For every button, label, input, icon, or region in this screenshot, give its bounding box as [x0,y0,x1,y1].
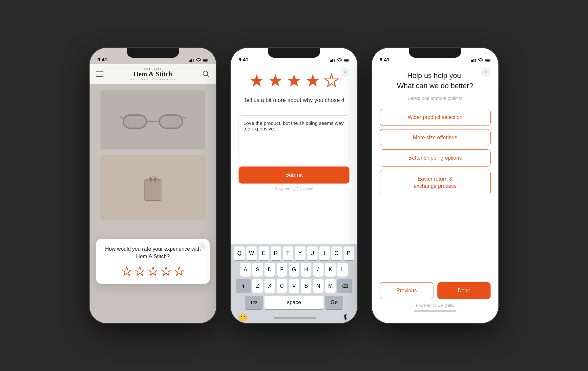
option-wider-selection[interactable]: Wider product selection [380,109,491,126]
status-icons-2 [330,58,349,62]
keyboard-row-3: ⬆ Z X C V B N M ⌫ [232,279,356,293]
key-e[interactable]: E [259,246,269,260]
close-button-3[interactable]: × [481,68,491,77]
key-i[interactable]: I [319,246,330,260]
signal-icon-2 [330,58,335,62]
svg-rect-29 [473,59,474,62]
svg-rect-26 [345,59,348,61]
key-t[interactable]: T [283,246,293,260]
bag-image [100,155,205,220]
star2-2[interactable]: ★ [268,71,283,90]
phone3-subtitle: Select one or more options [380,96,491,101]
brand-logo: EST. 1842 Hem & Stitch EST. 1842 CLOTHIN… [131,68,176,81]
phone3-title: Help us help you. What can we do better? [380,71,491,91]
title-line-2: What can we do better? [397,82,473,90]
footer-buttons: Previous Done [380,282,491,299]
option-easier-return[interactable]: Easier return &exchange process [380,170,491,196]
option-more-sizes[interactable]: More size offerings [380,129,491,146]
done-button[interactable]: Done [437,282,491,299]
powered-by-2: Powered by Delighted [231,187,357,191]
key-k[interactable]: K [325,263,336,277]
mic-icon[interactable]: 🎙 [342,313,349,322]
key-delete[interactable]: ⌫ [337,279,352,293]
key-y[interactable]: Y [295,246,305,260]
emoji-icon[interactable]: 🙂 [239,313,247,322]
svg-rect-5 [203,59,207,61]
previous-button[interactable]: Previous [380,282,433,299]
brand-name: Hem & Stitch [131,70,176,78]
key-l[interactable]: L [337,263,348,277]
glasses-svg [120,107,186,133]
key-n[interactable]: N [313,279,324,293]
star-4[interactable]: ★ [161,265,171,277]
menu-icon[interactable] [96,71,103,77]
glasses-image [100,90,205,149]
star2-3[interactable]: ★ [286,71,302,90]
status-icons-3 [471,58,491,62]
svg-rect-21 [330,60,331,62]
svg-rect-17 [159,116,182,127]
close-button-1[interactable]: × [199,243,206,250]
svg-rect-2 [191,59,192,62]
key-p[interactable]: P [344,246,354,260]
feedback-input[interactable]: Love the product, but the shipping seems… [239,115,349,161]
search-icon[interactable] [202,70,210,78]
survey-card-1: × How would you rate your experience wit… [96,239,210,284]
svg-line-15 [182,117,186,118]
star-rating-2[interactable]: ★ ★ ★ ★ ★ [249,71,339,90]
key-space[interactable]: space [264,296,324,309]
key-q[interactable]: Q [234,246,245,260]
phone-3-screen: 9:41 × [372,48,498,323]
star2-4[interactable]: ★ [305,71,321,90]
svg-rect-19 [150,178,152,182]
signal-icon-1 [189,58,194,62]
key-j[interactable]: J [313,263,324,277]
key-f[interactable]: F [277,263,287,277]
powered-by-3: Powered by Delighted [380,303,491,308]
close-button-2[interactable]: × [340,68,349,77]
key-c[interactable]: C [277,279,287,293]
svg-rect-7 [96,74,103,74]
star-3[interactable]: ★ [148,265,158,277]
key-r[interactable]: R [271,246,281,260]
status-bar-2: 9:41 [231,48,357,64]
key-d[interactable]: D [264,263,275,277]
home-indicator-3 [414,310,456,312]
keyboard-row-1: Q W E R T Y U I O P [232,246,356,260]
brand-est: EST. 1842 [131,68,176,70]
key-g[interactable]: G [289,263,299,277]
key-go[interactable]: Go [325,296,343,309]
svg-rect-32 [486,59,490,61]
submit-button[interactable]: Submit [239,166,349,184]
star2-5[interactable]: ★ [324,71,339,90]
key-b[interactable]: B [301,279,311,293]
key-x[interactable]: X [264,279,275,293]
key-o[interactable]: O [331,246,342,260]
keyboard-row-2: A S D F G H J K L [232,263,356,277]
star-rating-1[interactable]: ★ ★ ★ ★ ★ [103,265,203,277]
star-5[interactable]: ★ [174,265,184,277]
title-line-1: Help us help you. [407,71,463,80]
key-v[interactable]: V [289,279,299,293]
svg-line-10 [207,75,209,77]
star-1[interactable]: ★ [121,265,132,277]
option-better-shipping[interactable]: Better shipping options [380,149,491,166]
key-123[interactable]: 123 [245,296,263,309]
phone-3: 9:41 × [371,47,499,324]
keyboard-row-4: 123 space Go [232,296,356,309]
wifi-icon-1 [196,58,201,62]
star2-1[interactable]: ★ [249,71,264,90]
svg-rect-22 [331,60,332,62]
key-w[interactable]: W [246,246,257,260]
star-2[interactable]: ★ [135,265,145,277]
phone-1: 9:41 [89,47,217,324]
key-z[interactable]: Z [252,279,263,293]
key-a[interactable]: A [240,263,251,277]
key-s[interactable]: S [252,263,263,277]
svg-rect-1 [190,60,191,62]
key-u[interactable]: U [307,246,318,260]
key-shift[interactable]: ⬆ [236,279,251,293]
phone3-footer: Previous Done Powered by Delighted [372,282,498,323]
key-m[interactable]: M [325,279,336,293]
key-h[interactable]: H [301,263,311,277]
